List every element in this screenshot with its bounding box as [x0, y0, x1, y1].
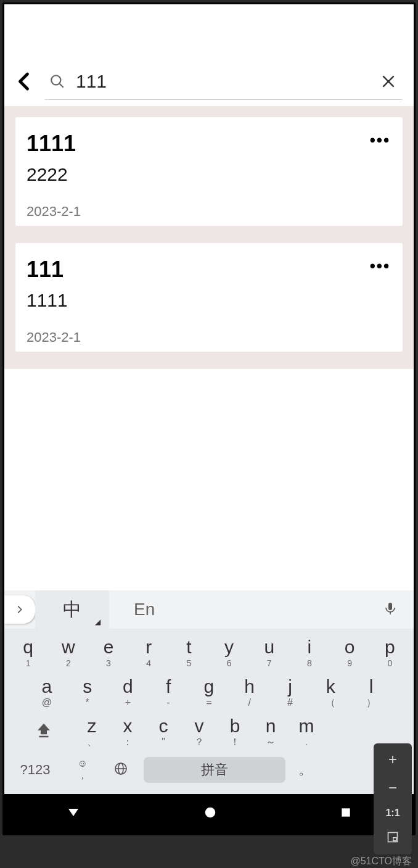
- soft-keyboard: 中 ◢ En q1 w2 e3 r4 t5 y6 u7 i8 o9 p0 a@ …: [4, 590, 414, 794]
- search-box[interactable]: 111: [45, 63, 403, 100]
- keyboard-row-3: z、 x： c" v？ b！ n～ m.: [4, 708, 414, 747]
- svg-point-0: [51, 75, 60, 85]
- key-q[interactable]: q1: [11, 637, 46, 668]
- period-key[interactable]: 。: [293, 761, 318, 779]
- nav-home-button[interactable]: [203, 806, 217, 822]
- card-date: 2023-2-1: [27, 329, 391, 345]
- chevron-right-icon: [15, 605, 25, 614]
- key-y[interactable]: y6: [212, 637, 247, 668]
- key-k[interactable]: k（: [313, 677, 348, 708]
- nav-back-button[interactable]: [66, 805, 81, 822]
- nav-recent-button[interactable]: [340, 806, 352, 821]
- device-frame: 111 ••• 1111 2222 2023-2-1 ••• 111 1111 …: [2, 2, 416, 835]
- key-u[interactable]: u7: [252, 637, 287, 668]
- android-nav-bar: [4, 794, 414, 833]
- globe-icon: [113, 761, 128, 776]
- spacebar-key[interactable]: 拼音: [144, 757, 285, 783]
- key-w[interactable]: w2: [51, 637, 86, 668]
- shift-icon: [35, 721, 53, 740]
- card-title: 111: [27, 257, 391, 283]
- square-icon: [340, 806, 352, 819]
- keyboard-toolbar: 中 ◢ En: [4, 590, 414, 629]
- zoom-reset-button[interactable]: 1:1: [385, 808, 400, 819]
- shift-key[interactable]: [27, 721, 61, 742]
- svg-rect-4: [388, 603, 392, 610]
- key-n[interactable]: n～: [253, 716, 288, 747]
- key-o[interactable]: o9: [332, 637, 367, 668]
- key-v[interactable]: v？: [182, 716, 216, 747]
- keyboard-row-2: a@ s* d+ f- g= h/ j# k（ l）: [4, 668, 414, 708]
- key-m[interactable]: m.: [289, 716, 324, 747]
- dropdown-corner-icon: ◢: [95, 618, 100, 626]
- key-f[interactable]: f-: [151, 677, 186, 708]
- keyboard-expand-button[interactable]: [4, 595, 35, 624]
- svg-rect-6: [39, 736, 49, 738]
- key-e[interactable]: e3: [91, 637, 126, 668]
- zoom-out-button[interactable]: −: [388, 779, 397, 796]
- card-body: 2222: [27, 164, 391, 185]
- key-b[interactable]: b！: [218, 716, 252, 747]
- zoom-fit-button[interactable]: [387, 830, 399, 847]
- emulator-zoom-panel: + − 1:1: [374, 743, 412, 854]
- emoji-icon: ☺: [78, 758, 88, 769]
- watermark: @51CTO博客: [350, 855, 412, 868]
- close-icon: [380, 73, 396, 89]
- key-a[interactable]: a@: [30, 677, 64, 708]
- fullscreen-icon: [387, 831, 399, 843]
- key-j[interactable]: j#: [273, 677, 307, 708]
- svg-line-1: [59, 83, 64, 88]
- card-more-button[interactable]: •••: [370, 131, 390, 150]
- zoom-in-button[interactable]: +: [388, 751, 397, 768]
- key-l[interactable]: l）: [354, 677, 388, 708]
- keyboard-mode-cn[interactable]: 中 ◢: [35, 590, 109, 629]
- search-header: 111: [4, 57, 414, 106]
- svg-rect-11: [342, 808, 350, 816]
- status-bar-space: [4, 4, 414, 57]
- back-button[interactable]: [10, 67, 39, 96]
- keyboard-row-bottom: ?123 ☺ ， 拼音 。: [4, 747, 414, 794]
- key-d[interactable]: d+: [110, 677, 145, 708]
- key-x[interactable]: x：: [110, 716, 145, 747]
- svg-point-10: [205, 808, 216, 818]
- keyboard-mic-button[interactable]: [383, 601, 398, 618]
- key-t[interactable]: t5: [171, 637, 206, 668]
- card-date: 2023-2-1: [27, 204, 391, 220]
- emoji-key[interactable]: ☺ ，: [67, 758, 98, 782]
- result-card[interactable]: ••• 1111 2222 2023-2-1: [15, 117, 403, 226]
- card-title: 1111: [27, 131, 391, 157]
- key-z[interactable]: z、: [75, 716, 109, 747]
- mic-icon: [383, 601, 398, 616]
- triangle-down-icon: [66, 805, 81, 820]
- symbols-toggle-key[interactable]: ?123: [10, 762, 60, 778]
- circle-icon: [203, 806, 217, 819]
- keyboard-row-1: q1 w2 e3 r4 t5 y6 u7 i8 o9 p0: [4, 629, 414, 668]
- keyboard-mode-en[interactable]: En: [134, 600, 155, 619]
- card-body: 1111: [27, 290, 391, 311]
- key-s[interactable]: s*: [70, 677, 105, 708]
- key-c[interactable]: c": [146, 716, 181, 747]
- results-list: ••• 1111 2222 2023-2-1 ••• 111 1111 2023…: [4, 106, 414, 369]
- svg-rect-13: [393, 838, 396, 841]
- key-i[interactable]: i8: [292, 637, 327, 668]
- clear-search-button[interactable]: [374, 73, 403, 89]
- key-p[interactable]: p0: [372, 637, 407, 668]
- chevron-left-icon: [14, 70, 36, 93]
- language-key[interactable]: [105, 761, 136, 779]
- key-g[interactable]: g=: [192, 677, 226, 708]
- search-icon: [45, 73, 70, 89]
- content-blank: [4, 369, 414, 590]
- key-h[interactable]: h/: [232, 677, 267, 708]
- result-card[interactable]: ••• 111 1111 2023-2-1: [15, 243, 403, 352]
- card-more-button[interactable]: •••: [370, 257, 390, 276]
- key-r[interactable]: r4: [131, 637, 166, 668]
- search-input[interactable]: 111: [76, 71, 374, 92]
